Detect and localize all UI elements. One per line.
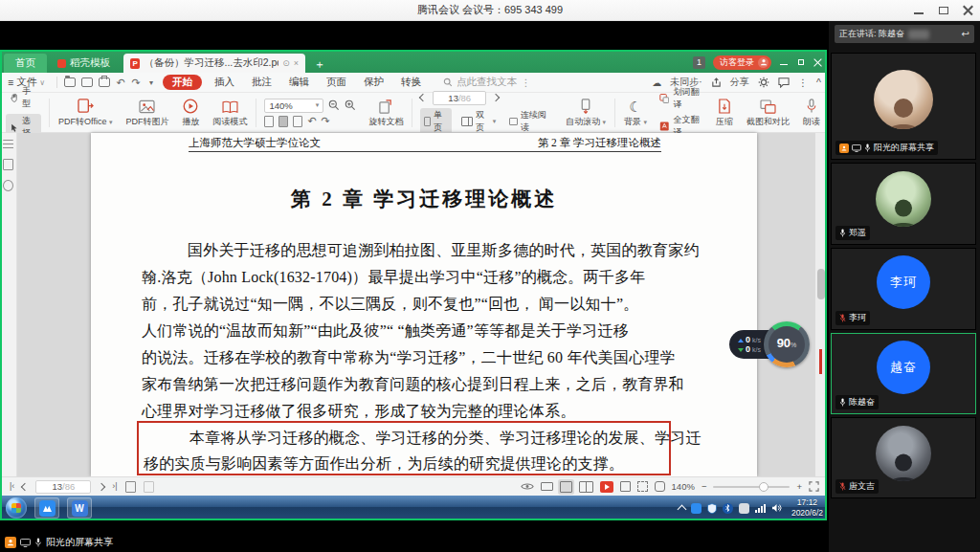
ribbon-tab-page[interactable]: 页面 bbox=[318, 76, 355, 89]
fit-page-icon[interactable] bbox=[655, 481, 665, 492]
screenshot-compare-button[interactable]: 截图和对比 bbox=[740, 98, 796, 128]
continuous-read-button[interactable]: 连续阅读 bbox=[505, 108, 553, 135]
single-page-view-icon[interactable] bbox=[560, 481, 572, 493]
save-icon[interactable] bbox=[81, 77, 93, 87]
chat-icon[interactable] bbox=[778, 77, 790, 88]
taskbar-wps[interactable]: W bbox=[67, 497, 92, 519]
single-page-button[interactable]: 单页 bbox=[420, 108, 452, 135]
fullscreen-icon[interactable] bbox=[809, 481, 819, 492]
zoom-select[interactable]: 140% ▾ bbox=[264, 99, 323, 113]
guest-login-button[interactable]: 访客登录 bbox=[713, 55, 771, 70]
redo-icon[interactable]: ↷ bbox=[128, 77, 144, 89]
tray-clock[interactable]: 17:12 2020/6/2 bbox=[791, 497, 823, 518]
read-aloud-button[interactable]: 朗读 bbox=[796, 98, 827, 128]
page-number-input[interactable]: 13/86 bbox=[433, 91, 486, 105]
participant-tile[interactable]: 李珂 李珂 bbox=[831, 248, 976, 330]
pin-tab-icon[interactable]: ⊙ bbox=[282, 58, 290, 68]
collapse-panel-icon[interactable]: ↩ bbox=[962, 29, 969, 39]
fit-width-icon[interactable] bbox=[278, 116, 288, 127]
participant-tile[interactable]: 阳光的屏幕共享 bbox=[831, 53, 976, 160]
autoscroll-button[interactable]: 自动滚动 ▾ bbox=[559, 98, 612, 128]
taskbar-tencent-meeting[interactable] bbox=[34, 497, 59, 519]
pdf-to-office-button[interactable]: PDF转Office ▾ bbox=[52, 98, 119, 128]
play-button[interactable]: 播放 bbox=[175, 98, 206, 128]
scrollbar-thumb[interactable] bbox=[817, 269, 825, 299]
bluetooth-icon[interactable] bbox=[723, 503, 733, 514]
volume-icon[interactable] bbox=[771, 503, 782, 513]
next-page-icon[interactable] bbox=[492, 94, 500, 101]
fit-page-icon[interactable] bbox=[264, 116, 274, 127]
ribbon-tab-insert[interactable]: 插入 bbox=[206, 76, 243, 89]
read-mode-button[interactable]: 阅读模式 bbox=[206, 98, 254, 128]
maximize-button[interactable] bbox=[938, 5, 949, 16]
ribbon-tab-edit[interactable]: 编辑 bbox=[280, 76, 318, 89]
undo-icon[interactable]: ↶ bbox=[113, 77, 128, 89]
pdf-page[interactable]: 上海师范大学硕士学位论文 第 2 章 学习迁移理论概述 第 2 章 学习迁移理论… bbox=[91, 133, 757, 476]
double-page-button[interactable]: 双页 ▾ bbox=[457, 108, 500, 135]
participant-tile[interactable]: 郑遥 bbox=[831, 163, 976, 245]
close-tab-icon[interactable]: × bbox=[294, 58, 299, 68]
zoom-minus-icon[interactable]: − bbox=[702, 481, 707, 492]
ribbon-tab-protect[interactable]: 保护 bbox=[355, 76, 392, 89]
tab-home[interactable]: 首页 bbox=[4, 54, 47, 73]
actual-size-icon[interactable] bbox=[293, 116, 302, 127]
compress-button[interactable]: 压缩 bbox=[709, 98, 740, 128]
zoom-plus-icon[interactable]: + bbox=[796, 481, 802, 492]
minimize-button[interactable] bbox=[913, 5, 924, 16]
thumbnail-panel-icon[interactable] bbox=[3, 140, 13, 149]
hand-tool[interactable]: 手型 bbox=[6, 84, 41, 111]
security-shield-icon[interactable] bbox=[707, 503, 717, 514]
tray-app-icon[interactable] bbox=[691, 503, 702, 514]
print-icon[interactable] bbox=[99, 77, 110, 87]
network-icon[interactable] bbox=[755, 503, 766, 513]
pdf-to-image-button[interactable]: PDF转图片 bbox=[119, 98, 175, 128]
collapse-ribbon-icon[interactable]: ^ bbox=[816, 77, 821, 88]
doc-count-badge[interactable]: 1 bbox=[693, 56, 705, 69]
zoom-in-icon[interactable] bbox=[345, 99, 356, 111]
insert-page-icon[interactable] bbox=[125, 481, 136, 493]
wps-restore-button[interactable] bbox=[796, 57, 806, 67]
eye-protect-icon[interactable] bbox=[521, 481, 534, 492]
prev-page-icon[interactable] bbox=[21, 482, 29, 490]
participant-tile-speaking[interactable]: 越奋 陈越奋 bbox=[831, 333, 976, 414]
zoom-slider-knob[interactable] bbox=[759, 482, 768, 492]
search-more-icon[interactable]: ⋮ bbox=[521, 77, 531, 88]
prev-page-icon[interactable] bbox=[419, 94, 427, 101]
net-speed-widget[interactable]: 0k/s 0k/s 90% bbox=[729, 321, 810, 367]
tray-expand-icon[interactable] bbox=[677, 505, 686, 515]
tab-docer-template[interactable]: 稻壳模板 bbox=[50, 54, 118, 73]
rotate-doc-button[interactable]: 旋转文档 bbox=[362, 98, 410, 128]
tab-document[interactable]: P （备份）学习迁移...去水印2.pdf ⊙ × bbox=[123, 54, 305, 73]
ribbon-tab-start[interactable]: 开始 bbox=[163, 75, 202, 90]
close-button[interactable] bbox=[963, 5, 974, 16]
more-menu-icon[interactable]: ⋮ bbox=[798, 77, 809, 88]
next-page-icon[interactable] bbox=[98, 482, 105, 490]
gear-icon[interactable] bbox=[758, 77, 769, 88]
continuous-view-icon[interactable] bbox=[541, 482, 553, 491]
last-page-icon[interactable]: ›| bbox=[112, 482, 117, 491]
annotation-panel-icon[interactable] bbox=[3, 180, 13, 191]
actual-size-icon[interactable] bbox=[620, 481, 631, 492]
double-page-view-icon[interactable] bbox=[579, 481, 593, 493]
new-tab-button[interactable]: ＋ bbox=[311, 55, 328, 73]
wps-minimize-button[interactable] bbox=[779, 57, 789, 67]
participant-tile[interactable]: 唐文吉 bbox=[831, 417, 976, 498]
play-view-icon[interactable] bbox=[600, 481, 613, 493]
memory-usage-ring[interactable]: 90% bbox=[764, 321, 810, 367]
toolbar-more-icon[interactable]: ▾ bbox=[144, 78, 159, 87]
page-number-input[interactable]: 13/86 bbox=[35, 480, 91, 494]
fit-width-icon[interactable] bbox=[637, 481, 648, 492]
word-translate-button[interactable]: 划词翻译 bbox=[659, 86, 703, 111]
zoom-out-icon[interactable] bbox=[328, 99, 340, 111]
ribbon-tab-comment[interactable]: 批注 bbox=[243, 76, 280, 89]
rotate-right-icon[interactable]: ↷ bbox=[322, 116, 330, 126]
background-button[interactable]: ☾ 背景 ▾ bbox=[617, 98, 654, 128]
find-text-box[interactable]: 点此查找文本 ⋮ bbox=[443, 76, 531, 89]
zoom-level[interactable]: 140% bbox=[672, 481, 695, 492]
ribbon-tab-convert[interactable]: 转换 bbox=[392, 76, 430, 89]
vertical-scrollbar[interactable] bbox=[815, 133, 826, 476]
start-button[interactable] bbox=[6, 497, 27, 519]
open-icon[interactable] bbox=[64, 77, 76, 87]
share-label[interactable]: 分享 bbox=[730, 76, 749, 89]
zoom-slider[interactable] bbox=[713, 486, 790, 488]
